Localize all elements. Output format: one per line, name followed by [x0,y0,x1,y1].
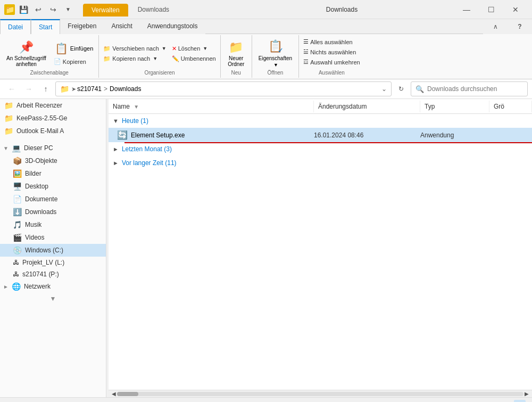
organisieren-content: 📁 Verschieben nach ▼ 📁 Kopieren nach ▼ ✕ [101,37,218,70]
address-field[interactable]: 📁 ➤ s210741 > Downloads ⌄ [55,81,392,96]
tab-verwalten[interactable]: Verwalten [83,4,128,17]
nichts-auswaehlen-btn[interactable]: ☱ Nichts auswählen [301,47,358,56]
netzwerk-expand-icon: ► [3,284,9,290]
app-icon: 📁 [4,4,15,15]
pin-icon: 📌 [19,40,34,54]
sidebar-label-netzwerk: Netzwerk [24,283,51,290]
details-view-button[interactable]: ◼ [514,400,526,403]
schnellzugriff-btn[interactable]: 📌 An Schnellzugriff anheften [2,38,51,69]
col-header-name[interactable]: Name ▼ [109,101,314,112]
scroll-left-icon[interactable]: ◀ [111,391,117,397]
organisieren-col2: ✕ Löschen ▼ ✏️ Umbenennen [170,44,218,63]
col-header-size[interactable]: Grö [489,101,532,112]
kopieren-btn[interactable]: 📄 Kopieren [52,57,96,66]
scroll-right-icon[interactable]: ▶ [523,391,530,397]
help-btn[interactable]: ? [508,19,532,34]
col-header-date[interactable]: Änderungsdatum [314,101,420,112]
zwischenablage-content: 📌 An Schnellzugriff anheften 📋 Einfügen … [2,37,96,70]
auswaehlen-wrap: ☰ Alles auswählen ☱ Nichts auswählen ☲ A… [301,37,362,76]
sidebar-item-arbeit[interactable]: 📁 Arbeit Recenzer [0,99,106,112]
sidebar-item-dieser-pc[interactable]: ▼ 💻 Dieser PC [0,142,106,154]
redo-btn[interactable]: ↪ [47,3,60,16]
sidebar-label-dieser-pc: Dieser PC [24,144,53,152]
back-button[interactable]: ← [4,81,19,96]
music-icon: 🎵 [13,220,22,229]
sidebar-item-projekt[interactable]: 🖧 Projekt_LV (L:) [0,257,106,268]
sidebar-item-netzwerk[interactable]: ► 🌐 Netzwerk [0,280,106,293]
search-box[interactable]: 🔍 [411,81,528,96]
sidebar-item-s210741[interactable]: 🖧 s210741 (P:) [0,268,106,280]
kopieren-nach-btn[interactable]: 📁 Kopieren nach ▼ [101,54,168,63]
zwischenablage-label: Zwischenablage [30,70,69,76]
loeschen-btn[interactable]: ✕ Löschen ▼ [170,44,218,53]
group-header-today[interactable]: ▼ Heute (1) [109,114,532,128]
ribbon-tab-start[interactable]: Start [31,19,60,34]
file-row-element-setup[interactable]: 🔄 Element Setup.exe 16.01.2024 08:46 Anw… [109,128,532,142]
forward-button[interactable]: → [21,81,36,96]
list-view-button[interactable]: ☰ [500,400,512,403]
customize-quick-access[interactable]: ▼ [62,3,74,16]
auswahl-umkehren-btn[interactable]: ☲ Auswahl umkehren [301,58,362,67]
group-header-last-month[interactable]: ► Letzten Monat (3) [109,142,532,156]
documents-icon: 📄 [13,195,22,203]
ribbon-collapse-btn[interactable]: ∧ [483,19,508,34]
oeffnen-wrap: 📋 ✓ Eigenschaften ▼ Öffnen [254,37,296,76]
undo-btn[interactable]: ↩ [32,3,45,16]
computer-icon: 💻 [12,144,21,152]
sidebar-item-desktop[interactable]: 🖥️ Desktop [0,180,106,193]
sidebar-item-videos[interactable]: 🎬 Videos [0,231,106,244]
ribbon: Datei Start Freigeben Ansicht Anwendungs… [0,19,532,79]
alles-auswaehlen-btn[interactable]: ☰ Alles auswählen [301,37,355,46]
breadcrumb-root: s210741 [77,85,102,93]
scroll-down-icon[interactable]: ▼ [50,295,56,302]
sidebar-item-windows[interactable]: 💿 Windows (C:) [0,244,106,257]
neu-wrap: 📁 Neuer Ordner Neu [223,37,250,76]
sidebar-item-bilder[interactable]: 🖼️ Bilder [0,167,106,180]
rename-icon: ✏️ [172,55,179,62]
sidebar-item-dokumente[interactable]: 📄 Dokumente [0,193,106,206]
eigenschaften-btn[interactable]: 📋 ✓ Eigenschaften ▼ [254,37,296,70]
scroll-thumb[interactable] [117,392,138,396]
scroll-track [117,392,523,396]
sidebar-label-windows: Windows (C:) [25,247,63,254]
copy-icon: 📄 [54,58,61,65]
file-area: Name ▼ Änderungsdatum Typ Grö ▼ Heute (1… [109,99,532,397]
minimize-button[interactable]: — [454,0,479,19]
group-header-long-ago[interactable]: ► Vor langer Zeit (11) [109,156,532,170]
close-button[interactable]: ✕ [503,0,528,19]
network-icon: 🌐 [12,282,21,291]
up-button[interactable]: ↑ [38,81,53,96]
status-bar: 15 Elemente 1 Element ausgewählt (129 MB… [0,397,532,402]
ribbon-tab-ansicht[interactable]: Ansicht [104,19,139,34]
verschieben-btn[interactable]: 📁 Verschieben nach ▼ [101,44,168,53]
address-dropdown-icon[interactable]: ⌄ [381,85,387,93]
search-input[interactable] [427,85,523,93]
maximize-button[interactable]: ☐ [479,0,503,19]
refresh-button[interactable]: ↻ [394,81,409,96]
sidebar-scroll-down: ▼ [0,293,106,305]
file-header: Name ▼ Änderungsdatum Typ Grö [109,99,532,114]
ribbon-section-oeffnen: 📋 ✓ Eigenschaften ▼ Öffnen [252,35,299,78]
invert-select-icon: ☲ [303,59,309,65]
sidebar-item-keepass[interactable]: 📁 KeePass-2.55-Ge [0,112,106,125]
quick-save-btn[interactable]: 💾 [17,3,30,16]
sidebar-item-3d[interactable]: 📦 3D-Objekte [0,154,106,167]
horizontal-scrollbar[interactable]: ◀ ▶ [109,390,532,397]
neu-label: Neu [231,70,241,76]
new-folder-icon: 📁 [229,40,243,54]
breadcrumb-folder: Downloads [110,85,141,93]
breadcrumb-sep: > [104,85,107,93]
umbenennen-btn[interactable]: ✏️ Umbenennen [170,54,218,63]
tab-downloads-title[interactable]: Downloads [129,3,178,17]
ribbon-tab-datei[interactable]: Datei [0,19,31,34]
file-list: ▼ Heute (1) 🔄 Element Setup.exe 16.01.20… [109,114,532,390]
sidebar-item-outlook[interactable]: 📁 Outlook E-Mail A [0,125,106,137]
sidebar-item-musik[interactable]: 🎵 Musik [0,218,106,231]
ribbon-tab-freigeben[interactable]: Freigeben [60,19,104,34]
sidebar-item-downloads[interactable]: ⬇️ Downloads [0,206,106,218]
col-header-type[interactable]: Typ [420,101,489,112]
ribbon-tab-anwendungstools[interactable]: Anwendungstools [140,19,205,34]
window-controls: — ☐ ✕ [454,0,528,19]
einfuegen-btn[interactable]: 📋 Einfügen [52,41,96,56]
neuer-ordner-btn[interactable]: 📁 Neuer Ordner [223,38,250,69]
